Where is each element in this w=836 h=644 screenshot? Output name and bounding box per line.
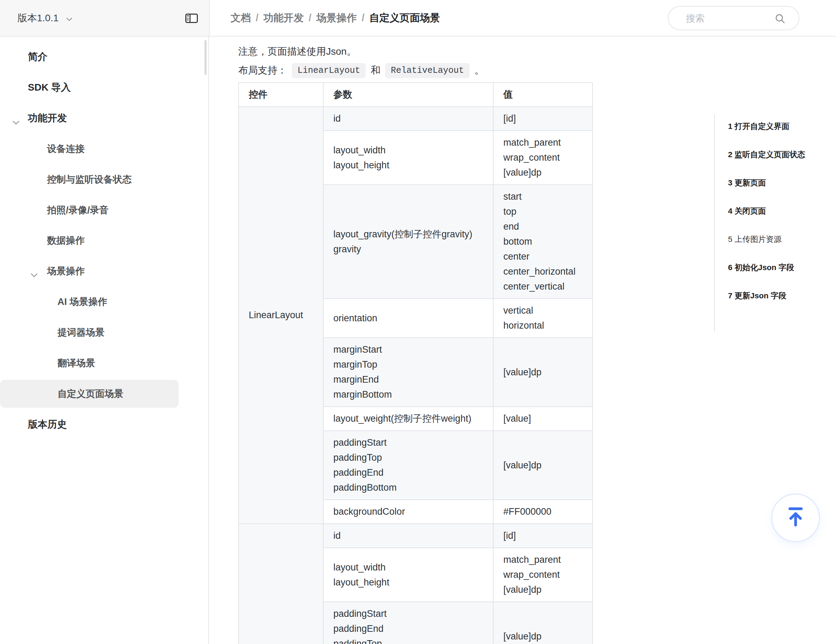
breadcrumb-feature-dev[interactable]: 功能开发 xyxy=(263,11,304,25)
attributes-table: 控件 参数 值 LinearLayout id [id] layout_widt… xyxy=(238,82,593,644)
param-cell: backgroundColor xyxy=(323,500,493,524)
search-box[interactable] xyxy=(668,6,799,30)
param-cell: layout_weight(控制子控件weight) xyxy=(323,407,493,431)
value-cell: match_parent wrap_content [value]dp xyxy=(493,548,593,602)
param-cell: layout_width layout_height xyxy=(323,548,493,602)
sidebar-item-custom-page-scene[interactable]: 自定义页面场景 xyxy=(0,380,179,408)
breadcrumb-docs[interactable]: 文档 xyxy=(230,11,251,25)
col-header-control: 控件 xyxy=(238,83,323,107)
param-cell: layout_gravity(控制子控件gravity) gravity xyxy=(323,185,493,299)
sidebar-item-photo-video-audio[interactable]: 拍照/录像/录音 xyxy=(0,196,179,224)
table-row: LinearLayout id [id] xyxy=(238,107,593,131)
page-toc: 1 打开自定义界面 2 监听自定义页面状态 3 更新页面 4 关闭页面 5 上传… xyxy=(714,114,836,332)
toc-item-close-page[interactable]: 4 关闭页面 xyxy=(728,204,766,218)
breadcrumb: 文档 / 功能开发 / 场景操作 / 自定义页面场景 xyxy=(230,0,440,36)
back-to-top-button[interactable] xyxy=(771,494,820,542)
control-cell-linearlayout: LinearLayout xyxy=(238,107,323,524)
toc-item-init-json[interactable]: 6 初始化Json 字段 xyxy=(728,260,794,274)
toc-item-update-json[interactable]: 7 更新Json 字段 xyxy=(728,289,787,302)
sidebar-item-intro[interactable]: 简介 xyxy=(0,43,179,71)
table-row: id [id] xyxy=(238,524,593,548)
sidebar-nav: 简介 SDK 导入 功能开发 设备连接 控制与监听设备状态 拍照/录像/录音 数… xyxy=(0,37,209,644)
note-text: 注意，页面描述使用Json。 xyxy=(238,46,356,57)
layout-support-conjunction: 和 xyxy=(371,64,380,77)
toc-item-upload-image[interactable]: 5 上传图片资源 xyxy=(728,232,782,246)
sidebar-item-data-ops[interactable]: 数据操作 xyxy=(0,227,179,254)
code-chip-relativelayout: RelativeLayout xyxy=(385,63,470,78)
sidebar-item-teleprompter-scene[interactable]: 提词器场景 xyxy=(0,319,179,347)
breadcrumb-separator: / xyxy=(362,12,364,24)
search-input[interactable] xyxy=(685,8,774,29)
sidebar-item-sdk-import[interactable]: SDK 导入 xyxy=(0,74,179,101)
layout-support-line: 布局支持： LinearLayout 和 RelativeLayout 。 xyxy=(238,62,484,79)
value-cell: [value]dp xyxy=(493,602,593,644)
value-cell: [value]dp xyxy=(493,338,593,407)
value-cell: start top end bottom center center_horiz… xyxy=(493,185,593,299)
param-cell: id xyxy=(323,107,493,131)
value-cell: [id] xyxy=(493,107,593,131)
param-cell: paddingStart paddingEnd paddingTop paddi… xyxy=(323,602,493,644)
param-cell: id xyxy=(323,524,493,548)
breadcrumb-current-page: 自定义页面场景 xyxy=(369,11,440,25)
version-selector[interactable]: 版本1.0.1 xyxy=(18,0,72,36)
col-header-param: 参数 xyxy=(323,83,493,107)
top-header: 版本1.0.1 文档 / 功能开发 / 场景操作 / 自定义页面场景 xyxy=(0,0,836,37)
arrow-up-to-line-icon xyxy=(785,506,807,530)
sidebar-item-feature-dev[interactable]: 功能开发 xyxy=(0,104,179,132)
col-header-value: 值 xyxy=(493,83,593,107)
sidebar-scrollbar-thumb[interactable] xyxy=(204,40,207,75)
sidebar-toggle-icon[interactable] xyxy=(185,13,198,23)
value-cell: [id] xyxy=(493,524,593,548)
search-icon[interactable] xyxy=(774,13,786,26)
breadcrumb-scene-ops[interactable]: 场景操作 xyxy=(316,11,357,25)
toc-item-open-custom-ui[interactable]: 1 打开自定义界面 xyxy=(728,119,789,133)
value-cell: vertical horizontal xyxy=(493,299,593,338)
param-cell: layout_width layout_height xyxy=(323,131,493,185)
chevron-down-icon[interactable] xyxy=(13,116,20,127)
sidebar-item-version-history[interactable]: 版本历史 xyxy=(0,410,179,438)
breadcrumb-separator: / xyxy=(256,12,258,24)
param-cell: marginStart marginTop marginEnd marginBo… xyxy=(323,338,493,407)
sidebar-item-device-connect[interactable]: 设备连接 xyxy=(0,135,179,163)
code-chip-linearlayout: LinearLayout xyxy=(292,63,366,78)
chevron-down-icon[interactable] xyxy=(31,269,38,280)
value-cell: #FF000000 xyxy=(493,500,593,524)
breadcrumb-separator: / xyxy=(309,12,312,24)
sidebar-item-translate-scene[interactable]: 翻译场景 xyxy=(0,349,179,377)
version-label: 版本1.0.1 xyxy=(18,11,59,25)
toc-item-listen-page-state[interactable]: 2 监听自定义页面状态 xyxy=(728,147,805,161)
value-cell: [value]dp xyxy=(493,431,593,500)
value-cell: match_parent wrap_content [value]dp xyxy=(493,131,593,185)
header-sidebar-zone: 版本1.0.1 xyxy=(0,0,210,36)
toc-item-update-page[interactable]: 3 更新页面 xyxy=(728,176,766,190)
layout-support-suffix: 。 xyxy=(474,64,484,77)
param-cell: orientation xyxy=(323,299,493,338)
table-header-row: 控件 参数 值 xyxy=(238,83,593,107)
value-cell: [value] xyxy=(493,407,593,431)
chevron-down-icon xyxy=(66,13,72,24)
control-cell-second-group xyxy=(238,524,323,644)
param-cell: paddingStart paddingTop paddingEnd paddi… xyxy=(323,431,493,500)
sidebar-item-ai-scene[interactable]: AI 场景操作 xyxy=(0,288,179,316)
layout-support-prefix: 布局支持： xyxy=(238,64,287,77)
main-content: 注意，页面描述使用Json。 布局支持： LinearLayout 和 Rela… xyxy=(210,37,836,644)
sidebar-item-scene-ops[interactable]: 场景操作 xyxy=(0,257,179,285)
sidebar-item-control-monitor[interactable]: 控制与监听设备状态 xyxy=(0,165,179,193)
